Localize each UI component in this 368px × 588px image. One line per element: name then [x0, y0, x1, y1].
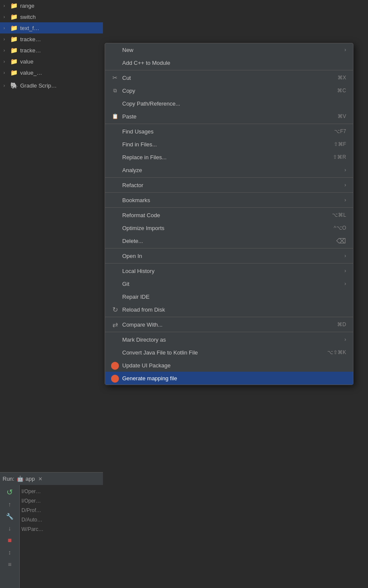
convert-shortcut: ⌥⇧⌘K: [327, 349, 346, 355]
menu-item-local-history[interactable]: Local History ›: [105, 264, 353, 277]
menu-item-refactor[interactable]: Refactor ›: [105, 179, 353, 191]
menu-item-cut[interactable]: ✂ Cut ⌘X: [105, 71, 353, 84]
menu-label-find-usages: Find Usages: [122, 128, 334, 135]
chevron-icon: ›: [3, 83, 10, 88]
context-menu: New › Add C++ to Module ✂ Cut ⌘X ⧉ Copy …: [105, 43, 353, 385]
run-stop-button[interactable]: ■: [3, 535, 16, 546]
menu-item-mark-directory[interactable]: Mark Directory as ›: [105, 333, 353, 346]
menu-item-replace-in-files[interactable]: Replace in Files... ⇧⌘R: [105, 151, 353, 164]
paste-shortcut: ⌘V: [338, 113, 346, 119]
tree-item-switch[interactable]: › 📁 switch: [0, 11, 103, 22]
menu-label-copy: Copy: [122, 88, 337, 94]
folder-icon: 📁: [10, 69, 18, 76]
menu-item-add-cpp[interactable]: Add C++ to Module: [105, 56, 353, 69]
menu-label-generate-mapping: Generate mapping file: [122, 375, 346, 382]
menu-item-optimize-imports[interactable]: Optimize Imports ^⌥O: [105, 221, 353, 234]
tree-item-label: value: [20, 58, 33, 65]
menu-item-repair-ide[interactable]: Repair IDE: [105, 290, 353, 303]
menu-item-new[interactable]: New ›: [105, 43, 353, 56]
tree-item-gradle[interactable]: › 🐘 Gradle Scrip…: [0, 80, 103, 91]
menu-label-optimize: Optimize Imports: [122, 225, 334, 231]
menu-item-compare-with[interactable]: ⇄ Compare With... ⌘D: [105, 318, 353, 331]
chevron-icon: ›: [3, 36, 10, 42]
menu-item-paste[interactable]: 📋 Paste ⌘V: [105, 110, 353, 123]
submenu-arrow-open-in: ›: [344, 253, 346, 259]
menu-label-analyze: Analyze: [122, 167, 341, 173]
menu-label-update-ui: Update UI Package: [122, 362, 346, 369]
menu-item-copy-path[interactable]: Copy Path/Reference...: [105, 97, 353, 110]
tree-item-label: switch: [20, 14, 36, 20]
submenu-arrow-analyze: ›: [344, 167, 346, 173]
menu-item-convert-java[interactable]: Convert Java File to Kotlin File ⌥⇧⌘K: [105, 346, 353, 359]
menu-item-reload-disk[interactable]: ↻ Reload from Disk: [105, 303, 353, 316]
run-scroll-button[interactable]: ↕: [3, 547, 16, 558]
menu-item-find-in-files[interactable]: Find in Files... ⇧⌘F: [105, 138, 353, 151]
run-up-button[interactable]: ↑: [3, 499, 16, 510]
separator-3: [105, 177, 353, 178]
generate-mapping-icon: ⬤: [110, 373, 120, 383]
log-entry-2: I/Oper…: [20, 496, 103, 506]
chevron-icon: ›: [3, 25, 10, 30]
run-bar: Run: 🤖 app ✕: [0, 472, 103, 485]
submenu-arrow-icon: ›: [344, 47, 346, 53]
tree-item-tracker1[interactable]: › 📁 tracke…: [0, 33, 103, 45]
tree-item-tracker2[interactable]: › 📁 tracke…: [0, 45, 103, 56]
menu-label-paste: Paste: [122, 113, 338, 120]
log-text: W/Parc…: [21, 526, 43, 532]
menu-item-git[interactable]: Git ›: [105, 277, 353, 290]
reformat-shortcut: ⌥⌘L: [332, 212, 346, 218]
tree-item-label: Gradle Scrip…: [20, 82, 57, 89]
run-log: I/Oper… I/Oper… D/Prof… D/Auto… W/Parc…: [20, 485, 103, 588]
log-entry-4: D/Auto…: [20, 515, 103, 524]
menu-label-add-cpp: Add C++ to Module: [122, 60, 346, 66]
chevron-icon: ›: [3, 3, 10, 8]
copy-icon: ⧉: [110, 88, 120, 94]
tree-item-label: range: [20, 3, 34, 9]
separator-8: [105, 317, 353, 317]
tree-item-value1[interactable]: › 📁 value: [0, 56, 103, 67]
menu-label-reformat: Reformat Code: [122, 212, 332, 218]
run-menu-button[interactable]: ≡: [3, 559, 16, 570]
tree-item-textfield[interactable]: › 📁 text_f…: [0, 22, 103, 33]
compare-icon: ⇄: [110, 321, 120, 329]
menu-label-git: Git: [122, 281, 341, 287]
menu-item-analyze[interactable]: Analyze ›: [105, 164, 353, 176]
menu-label-compare-with: Compare With...: [122, 321, 337, 328]
paste-icon: 📋: [110, 113, 120, 119]
menu-item-bookmarks[interactable]: Bookmarks ›: [105, 194, 353, 206]
log-text: D/Auto…: [21, 517, 42, 523]
menu-label-cut: Cut: [122, 75, 338, 81]
separator-4: [105, 192, 353, 193]
menu-item-copy[interactable]: ⧉ Copy ⌘C: [105, 84, 353, 97]
run-down-button[interactable]: ↓: [3, 523, 16, 534]
submenu-arrow-git: ›: [344, 281, 346, 287]
tree-item-label: tracke…: [20, 36, 41, 42]
menu-item-reformat[interactable]: Reformat Code ⌥⌘L: [105, 209, 353, 221]
android-icon: 🤖: [17, 476, 24, 482]
menu-label-bookmarks: Bookmarks: [122, 197, 341, 203]
separator-5: [105, 207, 353, 208]
gradle-icon: 🐘: [10, 82, 18, 89]
menu-item-delete[interactable]: Delete... ⌫: [105, 234, 353, 247]
menu-item-find-usages[interactable]: Find Usages ⌥F7: [105, 125, 353, 138]
folder-icon: 📁: [10, 2, 18, 9]
separator-9: [105, 332, 353, 332]
folder-icon: 📁: [10, 58, 18, 65]
find-usages-shortcut: ⌥F7: [334, 128, 346, 134]
log-text: I/Oper…: [21, 498, 41, 504]
reload-icon: ↻: [110, 306, 120, 314]
run-restart-button[interactable]: ↺: [3, 487, 16, 498]
tree-item-value2[interactable]: › 📁 value_…: [0, 67, 103, 78]
menu-label-delete: Delete...: [122, 238, 336, 244]
menu-item-generate-mapping[interactable]: ⬤ Generate mapping file: [105, 372, 353, 385]
submenu-arrow-bookmarks: ›: [344, 197, 346, 203]
folder-icon: 📁: [10, 13, 18, 20]
menu-item-open-in[interactable]: Open In ›: [105, 249, 353, 262]
log-text: I/Oper…: [21, 488, 41, 494]
tree-item-range[interactable]: › 📁 range: [0, 0, 103, 11]
menu-item-update-ui[interactable]: ⬤ Update UI Package: [105, 359, 353, 372]
run-close-button[interactable]: ✕: [38, 476, 42, 482]
run-settings-button[interactable]: 🔧: [3, 511, 16, 522]
cut-shortcut: ⌘X: [338, 75, 346, 81]
separator-1: [105, 70, 353, 70]
